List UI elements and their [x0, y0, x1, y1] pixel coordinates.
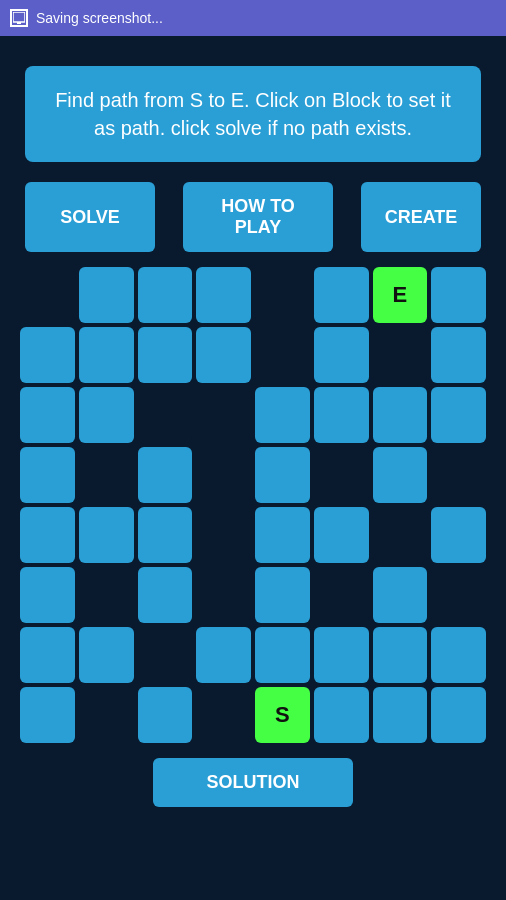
grid-cell[interactable]: [79, 507, 134, 563]
grid-cell[interactable]: [20, 387, 75, 443]
grid-cell[interactable]: [138, 447, 193, 503]
grid-cell[interactable]: [138, 687, 193, 743]
grid-cell[interactable]: S: [255, 687, 310, 743]
grid-cell[interactable]: [20, 507, 75, 563]
grid-cell[interactable]: [196, 267, 251, 323]
grid-cell[interactable]: [196, 627, 251, 683]
grid-cell[interactable]: [431, 687, 486, 743]
grid-row: E: [20, 267, 486, 323]
grid-cell[interactable]: [373, 327, 428, 383]
grid-row: [20, 507, 486, 563]
grid-cell[interactable]: [373, 567, 428, 623]
grid-cell[interactable]: [431, 267, 486, 323]
grid-cell[interactable]: [79, 447, 134, 503]
grid-row: [20, 627, 486, 683]
grid-cell[interactable]: [314, 627, 369, 683]
grid-cell[interactable]: [20, 327, 75, 383]
buttons-row: SOLVE HOW TO PLAY CREATE: [0, 182, 506, 252]
grid-cell[interactable]: [20, 267, 75, 323]
grid-cell[interactable]: [255, 267, 310, 323]
grid-cell[interactable]: [138, 387, 193, 443]
grid-cell[interactable]: [138, 267, 193, 323]
grid-cell[interactable]: [373, 687, 428, 743]
grid-cell[interactable]: [431, 387, 486, 443]
grid-cell[interactable]: [196, 447, 251, 503]
grid-cell[interactable]: [314, 387, 369, 443]
how-to-play-button[interactable]: HOW TO PLAY: [183, 182, 333, 252]
status-bar: Saving screenshot...: [0, 0, 506, 36]
status-text: Saving screenshot...: [36, 10, 163, 26]
grid-cell[interactable]: [196, 327, 251, 383]
grid-cell[interactable]: [314, 567, 369, 623]
grid-cell[interactable]: [196, 687, 251, 743]
grid-cell[interactable]: [79, 567, 134, 623]
grid-cell[interactable]: [79, 627, 134, 683]
grid-cell[interactable]: [255, 627, 310, 683]
solve-button[interactable]: SOLVE: [25, 182, 155, 252]
grid-cell[interactable]: [79, 687, 134, 743]
grid-cell[interactable]: [20, 687, 75, 743]
maze-grid: ES: [0, 267, 506, 743]
grid-cell[interactable]: [255, 387, 310, 443]
grid-cell[interactable]: [138, 327, 193, 383]
instruction-text: Find path from S to E. Click on Block to…: [43, 86, 463, 142]
grid-cell[interactable]: [314, 267, 369, 323]
grid-cell[interactable]: [373, 387, 428, 443]
grid-cell[interactable]: [79, 387, 134, 443]
svg-rect-1: [17, 22, 21, 24]
grid-cell[interactable]: [431, 507, 486, 563]
grid-cell[interactable]: [255, 567, 310, 623]
grid-cell[interactable]: [314, 687, 369, 743]
grid-cell[interactable]: [79, 327, 134, 383]
grid-row: [20, 447, 486, 503]
grid-cell[interactable]: [79, 267, 134, 323]
grid-cell[interactable]: [138, 567, 193, 623]
grid-cell[interactable]: [196, 567, 251, 623]
grid-row: [20, 387, 486, 443]
grid-cell[interactable]: [431, 447, 486, 503]
grid-cell[interactable]: [373, 507, 428, 563]
grid-cell[interactable]: [20, 567, 75, 623]
grid-cell[interactable]: [138, 627, 193, 683]
grid-cell[interactable]: [373, 627, 428, 683]
instruction-box: Find path from S to E. Click on Block to…: [25, 66, 481, 162]
grid-cell[interactable]: [314, 327, 369, 383]
solution-row: SOLUTION: [0, 758, 506, 807]
grid-cell[interactable]: [20, 627, 75, 683]
grid-cell[interactable]: [255, 327, 310, 383]
grid-cell[interactable]: [431, 567, 486, 623]
screenshot-icon: [10, 9, 28, 27]
grid-cell[interactable]: [431, 327, 486, 383]
grid-row: [20, 567, 486, 623]
grid-cell[interactable]: [255, 507, 310, 563]
grid-cell[interactable]: [20, 447, 75, 503]
svg-rect-0: [13, 12, 25, 22]
grid-cell[interactable]: [196, 387, 251, 443]
solution-button[interactable]: SOLUTION: [153, 758, 353, 807]
grid-cell[interactable]: [431, 627, 486, 683]
grid-cell[interactable]: [373, 447, 428, 503]
grid-cell[interactable]: E: [373, 267, 428, 323]
grid-cell[interactable]: [314, 447, 369, 503]
grid-row: [20, 327, 486, 383]
grid-row: S: [20, 687, 486, 743]
create-button[interactable]: CREATE: [361, 182, 481, 252]
grid-cell[interactable]: [138, 507, 193, 563]
grid-cell[interactable]: [314, 507, 369, 563]
grid-cell[interactable]: [196, 507, 251, 563]
grid-cell[interactable]: [255, 447, 310, 503]
